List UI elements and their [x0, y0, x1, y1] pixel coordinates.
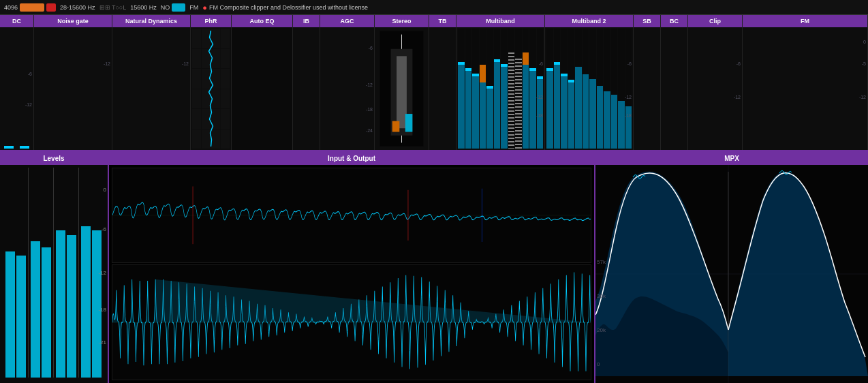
svg-rect-5 [405, 114, 413, 132]
freq-high-display: 15600 Hz [130, 4, 157, 11]
svg-text:20k: 20k [597, 327, 606, 333]
sample-rate-display: 4096 [4, 3, 56, 12]
module-noise-gate-header: Noise gate [34, 15, 112, 27]
freq-high-value: 15600 Hz [130, 4, 157, 11]
freq-range-value: 28-15600 Hz [60, 4, 95, 11]
svg-rect-3 [397, 56, 407, 128]
mpx-panel: MPX [595, 151, 868, 383]
levels-label: Levels [43, 155, 64, 162]
warning-display: ● FM Composite clipper and Delossifier u… [202, 3, 368, 12]
module-multiband[interactable]: Multiband [456, 15, 545, 150]
module-fm-header: FM [743, 15, 867, 27]
output-waveform [112, 264, 591, 380]
module-auto-eq-body [232, 27, 292, 150]
module-row: DC -6 -12 Noise gate // Will ren [0, 15, 868, 151]
module-stereo[interactable]: Stereo [375, 15, 429, 150]
module-ib-body [293, 27, 320, 150]
module-bc-header: BC [661, 15, 687, 27]
module-multiband-body: -6 -12 -18 [456, 27, 544, 150]
module-dc-header: DC [0, 15, 33, 27]
svg-text:0: 0 [597, 361, 600, 367]
warning-icon: ● [202, 3, 207, 12]
module-phr[interactable]: PhR [191, 15, 232, 150]
module-clip[interactable]: Clip -6 -12 [688, 15, 743, 150]
io-panel-header: Input & Output [109, 151, 594, 165]
module-fm-body: 0 -5 -12 [743, 27, 867, 150]
module-natural-dynamics[interactable]: Natural Dynamics -12 [112, 15, 191, 150]
module-dc-body: -6 -12 [0, 27, 33, 150]
module-clip-body: -6 -12 [688, 27, 742, 150]
module-stereo-header: Stereo [375, 15, 429, 27]
sample-rate-indicator [20, 3, 44, 12]
mpx-panel-header: MPX [595, 151, 868, 165]
module-sb[interactable]: SB [634, 15, 661, 150]
input-waveform [112, 168, 591, 263]
mpx-body: 0 20k 38k 57k [595, 165, 868, 383]
module-natural-dynamics-header: Natural Dynamics [112, 15, 190, 27]
mpx-spectrum-svg: 0 20k 38k 57k [595, 165, 868, 383]
module-multiband2-header: Multiband 2 [545, 15, 633, 27]
module-ib-header: IB [293, 15, 320, 27]
module-agc[interactable]: AGC [320, 15, 375, 150]
module-dc[interactable]: DC -6 -12 [0, 15, 34, 150]
mpx-label: MPX [724, 155, 739, 162]
module-auto-eq[interactable]: Auto EQ [232, 15, 293, 150]
module-phr-header: PhR [191, 15, 231, 27]
levels-panel: Levels [0, 151, 109, 383]
bottom-row: Levels [0, 151, 868, 383]
io-label: Input & Output [328, 155, 375, 162]
output-waveform-svg [112, 265, 591, 380]
module-noise-gate-body: // Will render via inline style approach [34, 27, 112, 150]
svg-text:57k: 57k [597, 259, 606, 265]
module-multiband2-body: -6 -12 -18 [545, 27, 633, 150]
module-ib[interactable]: IB [293, 15, 320, 150]
svg-rect-4 [392, 121, 400, 132]
warning-text: FM Composite clipper and Delossifier use… [209, 4, 368, 11]
mode-no-value: NO [161, 4, 170, 11]
module-bc-body [661, 27, 687, 150]
top-bar: 4096 28-15600 Hz ⊞⊞ T○○L 15600 Hz NO FM … [0, 0, 868, 15]
input-waveform-svg [112, 168, 591, 262]
red-indicator [46, 3, 56, 12]
module-multiband-header: Multiband [456, 15, 544, 27]
module-tb[interactable]: TB [429, 15, 456, 150]
mode-no-display: NO [161, 3, 186, 12]
svg-text:38k: 38k [597, 293, 606, 299]
mode-fm-display: FM [189, 4, 198, 11]
module-sb-body [634, 27, 660, 150]
module-sb-header: SB [634, 15, 660, 27]
io-body [109, 165, 594, 383]
module-phr-body [191, 27, 231, 150]
levels-panel-header: Levels [0, 151, 108, 165]
module-multiband2[interactable]: Multiband 2 -6 -12 -18 [545, 15, 634, 150]
sample-rate-value: 4096 [4, 4, 18, 11]
module-fm[interactable]: FM 0 -5 [743, 15, 868, 150]
tool-display: ⊞⊞ T○○L [99, 4, 127, 11]
module-agc-body: -6 -12 -18 -24 [320, 27, 374, 150]
module-tb-body [429, 27, 456, 150]
mode-fm-value: FM [189, 4, 198, 11]
freq-range-display: 28-15600 Hz [60, 4, 95, 11]
levels-body: 0 -6 -12 -18 -21 [0, 165, 108, 383]
module-stereo-body [375, 27, 429, 150]
module-natural-dynamics-body: -12 [112, 27, 190, 150]
module-clip-header: Clip [688, 15, 742, 27]
module-noise-gate[interactable]: Noise gate // Will render via inline sty… [34, 15, 112, 150]
module-auto-eq-header: Auto EQ [232, 15, 292, 27]
module-agc-header: AGC [320, 15, 374, 27]
module-tb-header: TB [429, 15, 456, 27]
io-panel: Input & Output [109, 151, 595, 383]
stereo-lissajous [375, 27, 429, 150]
module-bc[interactable]: BC [661, 15, 688, 150]
no-indicator [172, 3, 185, 12]
phr-waveform [191, 27, 231, 150]
